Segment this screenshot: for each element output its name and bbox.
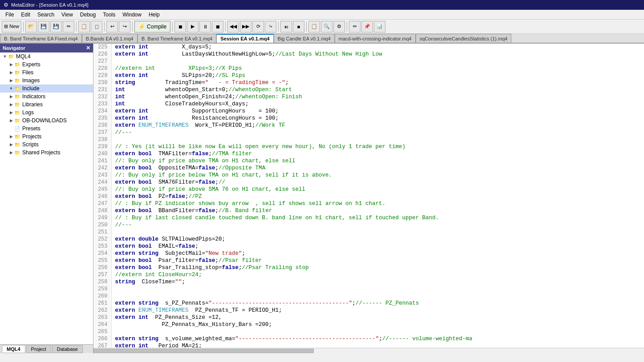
chart-button[interactable]: 📊 <box>374 21 385 32</box>
line-code[interactable] <box>111 328 644 335</box>
tree-item-libraries[interactable]: ▶📁Libraries <box>0 101 93 109</box>
line-code[interactable]: extern int SLPips=20;//SL Pips <box>111 72 644 79</box>
line-code[interactable]: // : Yes (it willl be like now Ea will o… <box>111 143 644 150</box>
tree-toggle[interactable]: ▶ <box>8 94 14 99</box>
tree-item-include[interactable]: ▼📁Include <box>0 84 93 93</box>
line-code[interactable]: // : Buy if last closed candle touched d… <box>111 214 644 221</box>
menu-item-search[interactable]: Search <box>34 11 58 19</box>
line-code[interactable]: extern ENUM_TIMEFRAMES Work_TF=PERIOD_H1… <box>111 122 644 129</box>
tree-toggle[interactable]: ▼ <box>2 54 8 59</box>
line-code[interactable]: extern bool TMAFilter=false;//TMA filter <box>111 150 644 157</box>
save-all-button[interactable]: 💾 <box>50 21 62 32</box>
line-code[interactable]: extern bool SMA76Filter=false;// <box>111 179 644 186</box>
line-code[interactable]: extern bool Psar_Trailing_stop=false;//P… <box>111 264 644 271</box>
tab-6[interactable]: sqConsecutiveCandlesStatistics (1).mq4 <box>416 34 511 43</box>
settings-button[interactable]: ⚙ <box>333 21 345 32</box>
menu-item-edit[interactable]: Edit <box>17 11 34 19</box>
tree-item-indicators[interactable]: ▶📁Indicators <box>0 93 93 101</box>
code-content[interactable]: 225extern int X_days=5;226extern int Las… <box>93 44 644 348</box>
tree-toggle[interactable]: ▶ <box>8 70 14 75</box>
navigator-close-button[interactable]: ✕ <box>86 45 90 51</box>
compile-button[interactable]: ⚡ Compile <box>134 21 170 32</box>
tree-item-scripts[interactable]: ▶📁Scripts <box>0 141 93 149</box>
line-code[interactable]: extern int Period_MA=21; <box>111 342 644 348</box>
clipboard-button[interactable]: 📋 <box>308 21 320 32</box>
tree-item-presets[interactable]: 📄Presets <box>0 125 93 133</box>
new-button[interactable]: ⊞ New <box>2 21 21 32</box>
tree-item-files[interactable]: ▶📁Files <box>0 68 93 76</box>
line-code[interactable]: extern bool Psar_filter=false;//Psar fil… <box>111 257 644 264</box>
tree-toggle[interactable]: ▶ <box>8 62 14 67</box>
open-button[interactable]: 📂 <box>25 21 37 32</box>
line-code[interactable]: extern bool EMAIL=false; <box>111 243 644 250</box>
find-button[interactable]: 🔍 <box>321 21 332 32</box>
line-code[interactable]: //--- <box>111 221 644 229</box>
stop-button[interactable]: ⏹ <box>174 21 186 32</box>
line-code[interactable]: extern bool PZ=false;//PZ <box>111 193 644 200</box>
line-code[interactable]: extern bool BBandFilter=false;//B. Band … <box>111 207 644 214</box>
menu-item-window[interactable]: Window <box>119 11 145 19</box>
tree-item-ob-downloads[interactable]: ▶📁OB-DOWNLOADS <box>0 117 93 125</box>
tree-toggle[interactable]: ▶ <box>8 78 14 83</box>
stop2-button[interactable]: ⏹ <box>212 21 223 32</box>
tab-0[interactable]: B. Band Timeframe EA Fixed.mq4 <box>0 34 82 43</box>
tree-toggle[interactable]: ▼ <box>8 86 14 91</box>
line-code[interactable] <box>111 286 644 293</box>
line-code[interactable] <box>111 229 644 236</box>
line-code[interactable]: int whentoOpen_Finish=24;//whentoOpen: F… <box>111 93 644 101</box>
line-code[interactable]: int CloseTradebyHours=X_days; <box>111 101 644 108</box>
step-button[interactable]: ⤷ <box>265 21 276 32</box>
line-code[interactable]: extern int X_days=5; <box>111 44 644 51</box>
menu-item-view[interactable]: View <box>58 11 77 19</box>
tree-item-images[interactable]: ▶📁Images <box>0 76 93 84</box>
line-code[interactable]: // : Buy if PZ indicator shows buy arrow… <box>111 200 644 207</box>
line-code[interactable]: string CloseTime=""; <box>111 278 644 286</box>
tree-item-logs[interactable]: ▶📁Logs <box>0 109 93 117</box>
menu-item-help[interactable]: Help <box>145 11 163 19</box>
tree-toggle[interactable]: ▶ <box>8 142 14 147</box>
highlight-button[interactable]: ✏ <box>349 21 360 32</box>
halt-button[interactable]: ■ <box>293 21 304 32</box>
line-code[interactable]: extern ENUM_TIMEFRAMES PZ_Pennats_TF = P… <box>111 307 644 314</box>
bottom-tab-database[interactable]: Database <box>52 345 83 353</box>
line-code[interactable]: extern int LastDaysWithoutNewHighLow=5;/… <box>111 51 644 58</box>
line-code[interactable]: //: Buy only if price above TMA on H1 ch… <box>111 157 644 165</box>
tree-toggle[interactable]: ▶ <box>8 102 14 107</box>
line-code[interactable]: extern int SupportLongHours = 100; <box>111 108 644 115</box>
copy-button[interactable]: 📋 <box>78 21 90 32</box>
menu-item-file[interactable]: File <box>2 11 17 19</box>
tab-3[interactable]: Session EA v0.1.mq4 <box>216 34 273 43</box>
line-code[interactable]: //extern int XPips=3;//X Pips <box>111 65 644 72</box>
line-code[interactable] <box>111 293 644 300</box>
line-code[interactable]: extern double SLTPAllowedPips=20; <box>111 236 644 243</box>
tab-5[interactable]: macd-with-crossing-indicator.mq4 <box>335 34 416 43</box>
tree-item-mql4[interactable]: ▼📁MQL4 <box>0 52 93 60</box>
tree-item-shared-projects[interactable]: ▶📁Shared Projects <box>0 149 93 157</box>
pause-button[interactable]: ⏸ <box>199 21 211 32</box>
line-code[interactable]: extern string SubjectMail="New trade"; <box>111 250 644 257</box>
run-button[interactable]: ▶ <box>187 21 198 32</box>
line-code[interactable]: //: Buy only if price below TMA on H1 ch… <box>111 172 644 179</box>
bottom-tab-project[interactable]: Project <box>26 345 51 353</box>
line-code[interactable]: extern bool OppositeTMA=false;//Opposite… <box>111 165 644 172</box>
line-code[interactable]: int whentoOpen_Start=0;//whentoOpen: Sta… <box>111 86 644 93</box>
undo-button[interactable]: ↩ <box>106 21 118 32</box>
line-code[interactable]: extern string s_volume_weighted_ma="----… <box>111 335 644 342</box>
tree-toggle[interactable]: ▶ <box>8 134 14 139</box>
tree-toggle[interactable]: ▶ <box>8 118 14 123</box>
bookmark-button[interactable]: 📌 <box>361 21 373 32</box>
menu-item-debug[interactable]: Debug <box>77 11 99 19</box>
line-code[interactable] <box>111 136 644 143</box>
redo-button[interactable]: ↪ <box>119 21 130 32</box>
save-button[interactable]: 💾 <box>38 21 49 32</box>
tree-item-projects[interactable]: ▶📁Projects <box>0 133 93 141</box>
tab-1[interactable]: B.Bands EA v0.1.mq4 <box>82 34 138 43</box>
tree-toggle[interactable]: ▶ <box>8 150 14 155</box>
horizontal-scrollbar[interactable] <box>93 348 644 353</box>
line-code[interactable]: extern int ResistanceLongHours = 100; <box>111 115 644 122</box>
line-code[interactable]: PZ_Pennats_Max_History_Bars =200; <box>111 321 644 328</box>
toggle-button[interactable]: ⏯ <box>280 21 292 32</box>
menu-item-tools[interactable]: Tools <box>99 11 119 19</box>
line-code[interactable]: //extern int CloseHour=24; <box>111 271 644 278</box>
tab-2[interactable]: B. Band Timeframe EA v0.1.mq4 <box>138 34 217 43</box>
